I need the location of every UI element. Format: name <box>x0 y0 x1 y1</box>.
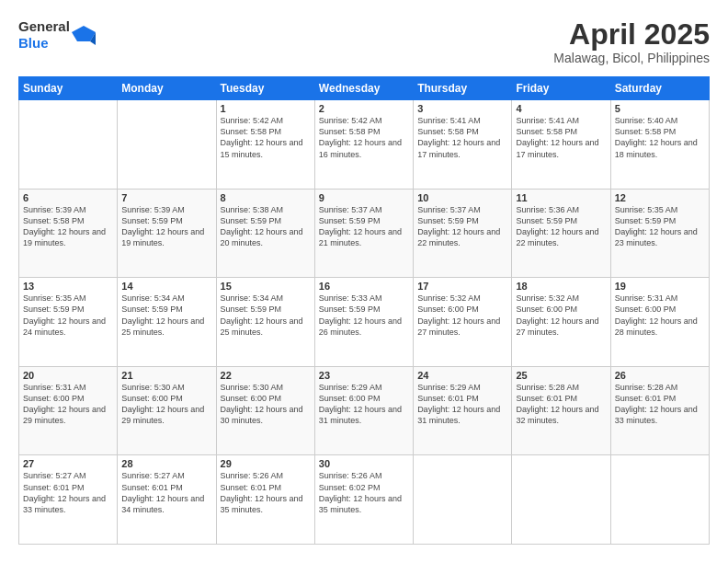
calendar-day: 21Sunrise: 5:30 AM Sunset: 6:00 PM Dayli… <box>118 366 216 455</box>
day-info: Sunrise: 5:32 AM Sunset: 6:00 PM Dayligh… <box>516 293 606 338</box>
day-info: Sunrise: 5:38 AM Sunset: 5:59 PM Dayligh… <box>221 204 311 249</box>
day-number: 20 <box>23 370 113 381</box>
day-info: Sunrise: 5:31 AM Sunset: 6:00 PM Dayligh… <box>615 293 705 338</box>
calendar-day: 4Sunrise: 5:41 AM Sunset: 5:58 PM Daylig… <box>512 100 610 190</box>
day-info: Sunrise: 5:30 AM Sunset: 6:00 PM Dayligh… <box>221 382 311 427</box>
calendar-day: 27Sunrise: 5:27 AM Sunset: 6:01 PM Dayli… <box>19 455 118 545</box>
calendar-day: 12Sunrise: 5:35 AM Sunset: 5:59 PM Dayli… <box>610 189 709 278</box>
day-info: Sunrise: 5:41 AM Sunset: 5:58 PM Dayligh… <box>417 115 507 160</box>
calendar-day: 30Sunrise: 5:26 AM Sunset: 6:02 PM Dayli… <box>314 455 413 545</box>
calendar-day: 23Sunrise: 5:29 AM Sunset: 6:00 PM Dayli… <box>314 366 413 455</box>
day-number: 30 <box>319 458 409 469</box>
day-number: 3 <box>417 103 507 114</box>
day-info: Sunrise: 5:34 AM Sunset: 5:59 PM Dayligh… <box>121 293 211 338</box>
day-number: 29 <box>221 458 311 469</box>
header-friday: Friday <box>512 77 610 100</box>
calendar-day: 6Sunrise: 5:39 AM Sunset: 5:58 PM Daylig… <box>19 189 118 278</box>
day-number: 2 <box>319 103 409 114</box>
day-info: Sunrise: 5:37 AM Sunset: 5:59 PM Dayligh… <box>319 204 409 249</box>
day-number: 7 <box>121 192 211 203</box>
calendar-day: 28Sunrise: 5:27 AM Sunset: 6:01 PM Dayli… <box>118 455 216 545</box>
calendar-day: 1Sunrise: 5:42 AM Sunset: 5:58 PM Daylig… <box>216 100 314 190</box>
day-number: 16 <box>319 281 409 292</box>
day-number: 4 <box>516 103 606 114</box>
calendar-day: 16Sunrise: 5:33 AM Sunset: 5:59 PM Dayli… <box>314 278 413 367</box>
day-info: Sunrise: 5:26 AM Sunset: 6:01 PM Dayligh… <box>221 470 311 515</box>
calendar-day: 29Sunrise: 5:26 AM Sunset: 6:01 PM Dayli… <box>216 455 314 545</box>
page-header: General Blue April 2025 Malawag, Bicol, … <box>18 18 710 65</box>
day-info: Sunrise: 5:37 AM Sunset: 5:59 PM Dayligh… <box>417 204 507 249</box>
day-number: 5 <box>615 103 705 114</box>
logo-blue: Blue <box>18 35 70 52</box>
day-info: Sunrise: 5:33 AM Sunset: 5:59 PM Dayligh… <box>319 293 409 338</box>
day-info: Sunrise: 5:32 AM Sunset: 6:00 PM Dayligh… <box>417 293 507 338</box>
header-monday: Monday <box>118 77 216 100</box>
calendar-table: Sunday Monday Tuesday Wednesday Thursday… <box>18 76 710 545</box>
calendar-week-1: 1Sunrise: 5:42 AM Sunset: 5:58 PM Daylig… <box>19 100 710 190</box>
day-number: 1 <box>221 103 311 114</box>
location: Malawag, Bicol, Philippines <box>553 51 710 65</box>
day-number: 24 <box>417 370 507 381</box>
calendar-day: 15Sunrise: 5:34 AM Sunset: 5:59 PM Dayli… <box>216 278 314 367</box>
day-number: 21 <box>121 370 211 381</box>
day-info: Sunrise: 5:27 AM Sunset: 6:01 PM Dayligh… <box>121 470 211 515</box>
day-number: 9 <box>319 192 409 203</box>
calendar-day: 10Sunrise: 5:37 AM Sunset: 5:59 PM Dayli… <box>414 189 512 278</box>
calendar-week-2: 6Sunrise: 5:39 AM Sunset: 5:58 PM Daylig… <box>19 189 710 278</box>
logo-general: General <box>18 18 70 35</box>
month-title: April 2025 <box>553 18 710 51</box>
calendar-week-4: 20Sunrise: 5:31 AM Sunset: 6:00 PM Dayli… <box>19 366 710 455</box>
calendar-day: 2Sunrise: 5:42 AM Sunset: 5:58 PM Daylig… <box>314 100 413 190</box>
day-info: Sunrise: 5:35 AM Sunset: 5:59 PM Dayligh… <box>23 293 113 338</box>
calendar-day: 20Sunrise: 5:31 AM Sunset: 6:00 PM Dayli… <box>19 366 118 455</box>
calendar-week-5: 27Sunrise: 5:27 AM Sunset: 6:01 PM Dayli… <box>19 455 710 545</box>
day-info: Sunrise: 5:42 AM Sunset: 5:58 PM Dayligh… <box>221 115 311 160</box>
header-tuesday: Tuesday <box>216 77 314 100</box>
day-info: Sunrise: 5:41 AM Sunset: 5:58 PM Dayligh… <box>516 115 606 160</box>
day-info: Sunrise: 5:31 AM Sunset: 6:00 PM Dayligh… <box>23 382 113 427</box>
day-number: 26 <box>615 370 705 381</box>
day-number: 10 <box>417 192 507 203</box>
day-info: Sunrise: 5:28 AM Sunset: 6:01 PM Dayligh… <box>516 382 606 427</box>
calendar-day <box>414 455 512 545</box>
day-info: Sunrise: 5:34 AM Sunset: 5:59 PM Dayligh… <box>221 293 311 338</box>
day-info: Sunrise: 5:36 AM Sunset: 5:59 PM Dayligh… <box>516 204 606 249</box>
day-number: 19 <box>615 281 705 292</box>
calendar-day: 14Sunrise: 5:34 AM Sunset: 5:59 PM Dayli… <box>118 278 216 367</box>
day-number: 25 <box>516 370 606 381</box>
day-info: Sunrise: 5:26 AM Sunset: 6:02 PM Dayligh… <box>319 470 409 515</box>
day-info: Sunrise: 5:27 AM Sunset: 6:01 PM Dayligh… <box>23 470 113 515</box>
calendar-week-3: 13Sunrise: 5:35 AM Sunset: 5:59 PM Dayli… <box>19 278 710 367</box>
calendar-day: 19Sunrise: 5:31 AM Sunset: 6:00 PM Dayli… <box>610 278 709 367</box>
day-number: 18 <box>516 281 606 292</box>
calendar-day: 3Sunrise: 5:41 AM Sunset: 5:58 PM Daylig… <box>414 100 512 190</box>
calendar-day: 7Sunrise: 5:39 AM Sunset: 5:59 PM Daylig… <box>118 189 216 278</box>
day-info: Sunrise: 5:39 AM Sunset: 5:58 PM Dayligh… <box>23 204 113 249</box>
logo: General Blue <box>18 18 97 52</box>
day-info: Sunrise: 5:30 AM Sunset: 6:00 PM Dayligh… <box>121 382 211 427</box>
calendar-day: 11Sunrise: 5:36 AM Sunset: 5:59 PM Dayli… <box>512 189 610 278</box>
calendar-day <box>118 100 216 190</box>
calendar-day: 13Sunrise: 5:35 AM Sunset: 5:59 PM Dayli… <box>19 278 118 367</box>
calendar-day: 8Sunrise: 5:38 AM Sunset: 5:59 PM Daylig… <box>216 189 314 278</box>
day-info: Sunrise: 5:39 AM Sunset: 5:59 PM Dayligh… <box>121 204 211 249</box>
calendar-day: 5Sunrise: 5:40 AM Sunset: 5:58 PM Daylig… <box>610 100 709 190</box>
calendar-day: 9Sunrise: 5:37 AM Sunset: 5:59 PM Daylig… <box>314 189 413 278</box>
calendar-day: 25Sunrise: 5:28 AM Sunset: 6:01 PM Dayli… <box>512 366 610 455</box>
day-info: Sunrise: 5:28 AM Sunset: 6:01 PM Dayligh… <box>615 382 705 427</box>
day-info: Sunrise: 5:29 AM Sunset: 6:01 PM Dayligh… <box>417 382 507 427</box>
title-area: April 2025 Malawag, Bicol, Philippines <box>553 18 710 65</box>
calendar-day <box>19 100 118 190</box>
day-info: Sunrise: 5:40 AM Sunset: 5:58 PM Dayligh… <box>615 115 705 160</box>
calendar-day <box>512 455 610 545</box>
day-number: 13 <box>23 281 113 292</box>
day-number: 11 <box>516 192 606 203</box>
day-info: Sunrise: 5:35 AM Sunset: 5:59 PM Dayligh… <box>615 204 705 249</box>
day-number: 22 <box>221 370 311 381</box>
day-number: 17 <box>417 281 507 292</box>
calendar-day: 24Sunrise: 5:29 AM Sunset: 6:01 PM Dayli… <box>414 366 512 455</box>
day-number: 15 <box>221 281 311 292</box>
header-thursday: Thursday <box>414 77 512 100</box>
calendar-header-row: Sunday Monday Tuesday Wednesday Thursday… <box>19 77 710 100</box>
day-number: 6 <box>23 192 113 203</box>
